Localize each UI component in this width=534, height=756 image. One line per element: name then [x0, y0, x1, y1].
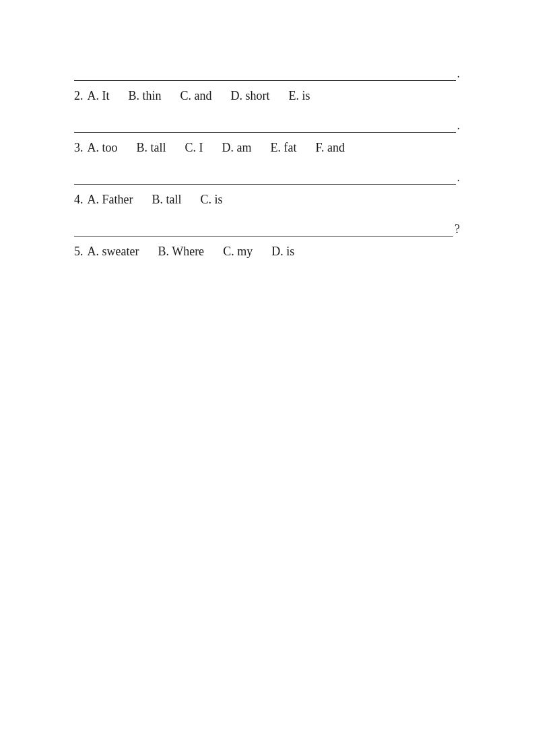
answer-line-q2	[74, 67, 456, 81]
option-q5-2: C. my	[223, 245, 253, 259]
answer-line-row-q3: .	[74, 119, 460, 133]
page: .2.A. ItB. thinC. andD. shortE. is.3.A. …	[0, 0, 534, 329]
option-q2-0: A. It	[88, 89, 110, 103]
options-row-q2: 2.A. ItB. thinC. andD. shortE. is	[74, 84, 460, 113]
question-number-q2: 2.	[74, 89, 84, 103]
question-number-q4: 4.	[74, 193, 84, 207]
option-q5-3: D. is	[271, 245, 294, 259]
line-terminator-q4: .	[457, 171, 461, 185]
answer-line-row-q4: .	[74, 171, 460, 185]
option-q3-2: C. I	[185, 141, 203, 155]
option-q2-3: D. short	[231, 89, 270, 103]
option-q3-5: F. and	[315, 141, 345, 155]
options-row-q4: 4.A. FatherB. tallC. is	[74, 187, 460, 216]
option-q5-1: B. Where	[158, 245, 204, 259]
question-block-q3: .3.A. tooB. tallC. ID. amE. fatF. and	[74, 119, 460, 164]
option-q3-4: E. fat	[271, 141, 297, 155]
option-q5-0: A. sweater	[88, 245, 139, 259]
line-terminator-q5: ?	[455, 223, 460, 237]
line-terminator-q3: .	[457, 119, 461, 133]
option-q4-0: A. Father	[88, 193, 133, 207]
option-q3-1: B. tall	[137, 141, 166, 155]
answer-line-row-q5: ?	[74, 223, 460, 237]
answer-line-q3	[74, 119, 456, 133]
option-q2-2: C. and	[180, 89, 212, 103]
question-block-q5: ?5.A. sweaterB. WhereC. myD. is	[74, 223, 460, 268]
option-q3-0: A. too	[88, 141, 118, 155]
option-q2-4: E. is	[289, 89, 310, 103]
option-q4-1: B. tall	[152, 193, 181, 207]
answer-line-q4	[74, 171, 456, 185]
option-q3-3: D. am	[222, 141, 252, 155]
option-q2-1: B. thin	[129, 89, 162, 103]
question-block-q4: .4.A. FatherB. tallC. is	[74, 171, 460, 216]
question-number-q5: 5.	[74, 245, 84, 259]
question-block-q2: .2.A. ItB. thinC. andD. shortE. is	[74, 67, 460, 113]
options-row-q3: 3.A. tooB. tallC. ID. amE. fatF. and	[74, 135, 460, 164]
options-row-q5: 5.A. sweaterB. WhereC. myD. is	[74, 239, 460, 268]
line-terminator-q2: .	[457, 67, 461, 81]
option-q4-2: C. is	[200, 193, 222, 207]
question-number-q3: 3.	[74, 141, 84, 155]
answer-line-q5	[74, 223, 453, 237]
answer-line-row-q2: .	[74, 67, 460, 81]
